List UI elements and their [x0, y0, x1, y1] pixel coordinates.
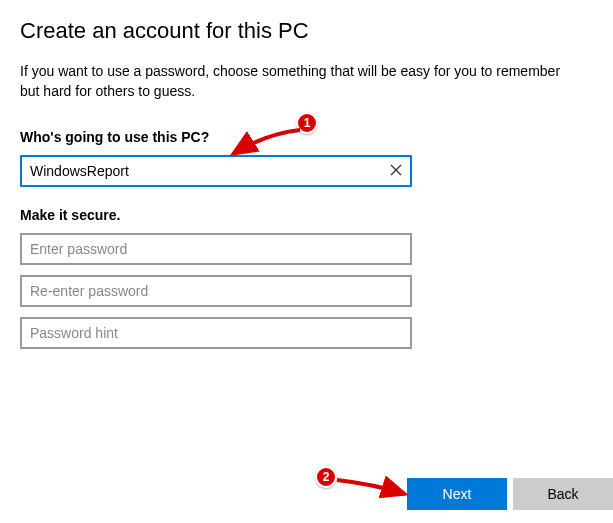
page-title: Create an account for this PC	[20, 18, 613, 44]
secure-label: Make it secure.	[20, 207, 613, 223]
next-button[interactable]: Next	[407, 478, 507, 510]
button-row: Next Back	[40, 478, 613, 510]
username-input[interactable]	[20, 155, 412, 187]
password-input[interactable]	[20, 233, 412, 265]
close-icon	[390, 164, 402, 176]
reenter-password-input[interactable]	[20, 275, 412, 307]
username-label: Who's going to use this PC?	[20, 129, 613, 145]
back-button[interactable]: Back	[513, 478, 613, 510]
page-description: If you want to use a password, choose so…	[20, 62, 580, 101]
password-hint-input[interactable]	[20, 317, 412, 349]
clear-username-button[interactable]	[386, 161, 406, 181]
